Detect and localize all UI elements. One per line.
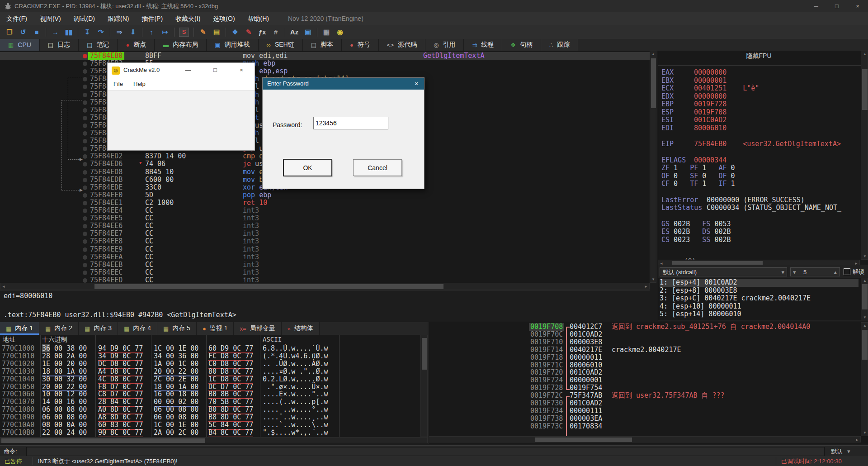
scroll-up-icon[interactable]: ▲ [863, 52, 867, 56]
calling-convention-select[interactable]: 默认 (stdcall)▾ [660, 267, 787, 276]
dump-hscrollbar[interactable] [0, 437, 428, 443]
disasm-row[interactable]: 75F84EE9CCint3 [0, 246, 650, 253]
gutter-dot[interactable] [83, 255, 87, 260]
register-line[interactable]: GS 002B FS 0053 [661, 220, 743, 228]
dump-tab-locals[interactable]: x=局部变量 [234, 322, 281, 335]
skip-next-icon[interactable]: ↦ [158, 27, 172, 38]
execute-till-return-icon[interactable]: ↑ [145, 27, 158, 38]
dump-row[interactable]: 770C108006 00 08 00A0 8D 0C 7706 00 08 0… [0, 406, 428, 414]
disasm-vscroll-thumb[interactable] [651, 58, 656, 108]
stack-row[interactable]: 0019F71C80006010 [429, 361, 863, 369]
highlight-icon[interactable]: ✎ [242, 27, 255, 38]
disasm-vscrollbar[interactable]: ▲ ▼ [650, 51, 656, 283]
disasm-row[interactable]: 75F84EE7CCint3 [0, 230, 650, 238]
dump-row[interactable]: 770C101028 00 2A 0034 D9 0C 7734 00 36 0… [0, 352, 428, 360]
stack-row[interactable]: 0019F7140040217Ecrackme2.0040217E [429, 346, 863, 354]
gutter-dot[interactable] [83, 170, 87, 175]
register-line[interactable]: EAX00000000 [661, 69, 726, 76]
dump-vscroll-thumb[interactable] [422, 338, 427, 370]
register-line[interactable]: EBP0019F728 [661, 100, 726, 108]
crackme-minimize-button[interactable]: — [183, 66, 193, 75]
menu-item[interactable]: 选项(O) [207, 12, 241, 25]
stack-row[interactable]: 0019F73400000111 [429, 407, 863, 415]
assemble-fx-icon[interactable]: ƒx [255, 27, 269, 38]
register-line[interactable]: LastError00000000 (ERROR_SUCCESS) [661, 196, 805, 204]
breakpoint-dot[interactable] [83, 54, 87, 58]
gutter-dot[interactable] [83, 154, 87, 159]
gutter-dot[interactable] [83, 216, 87, 221]
chevron-down-icon[interactable]: ▾ [793, 268, 796, 277]
register-line[interactable]: ESI001C0AD2 [661, 116, 726, 124]
argument-row[interactable]: 5: [esp+14] 80006010 [660, 310, 859, 319]
tab-call-stack[interactable]: ▣调用堆栈 [207, 39, 258, 51]
hash-icon[interactable]: # [269, 27, 283, 38]
stack-row[interactable]: 0019F708004012C7返回到 crackme2.sub_401251+… [429, 323, 863, 331]
crackme-title-bar[interactable]: ☺ CrackMe v2.0 — □ × [108, 63, 255, 78]
gutter-dot[interactable] [83, 147, 87, 151]
menu-item[interactable]: 调试(D) [67, 12, 101, 25]
gutter-dot[interactable] [83, 193, 87, 198]
stack-row[interactable]: 0019F70C001C0AD2 [429, 331, 863, 338]
dump-row[interactable]: 770C10A008 00 0A 0060 83 0C 771C 00 1E 0… [0, 421, 428, 429]
dialog-close-button[interactable]: × [411, 79, 421, 88]
argument-count-spinner[interactable]: ▾ 5 ▴ [790, 267, 840, 276]
scroll-left-icon[interactable]: ◄ [2, 285, 5, 289]
command-profile-select[interactable]: 默认▾ [831, 447, 850, 456]
arguments-list[interactable]: 1: [esp+4] 001C0AD22: [esp+8] 000003E83:… [658, 278, 862, 320]
register-line[interactable]: CF 0 TF 1 IF 1 [661, 180, 747, 188]
crackme-close-button[interactable]: × [236, 66, 246, 75]
gutter-dot[interactable] [83, 116, 87, 120]
stack-vscrollbar[interactable]: ▲ ▼ [861, 322, 868, 436]
menu-item[interactable]: 跟踪(N) [101, 12, 135, 25]
maximize-button[interactable]: □ [826, 0, 847, 12]
step-into-source-icon[interactable]: ⇓ [126, 27, 140, 38]
pause-icon[interactable]: ▮▮ [62, 27, 75, 38]
dump-hscroll-thumb[interactable] [1, 438, 205, 443]
register-line[interactable]: OF 0 SF 0 DF 0 [661, 172, 747, 180]
gutter-dot[interactable] [83, 239, 87, 244]
tab-handles[interactable]: ❖句柄 [502, 39, 541, 51]
close-button[interactable]: × [847, 0, 868, 12]
step-into-icon[interactable]: ↧ [80, 27, 94, 38]
gutter-dot[interactable] [83, 278, 87, 283]
dump-tab-struct[interactable]: »结构体 [282, 322, 320, 335]
menu-item[interactable]: 插件(P) [135, 12, 169, 25]
disasm-row[interactable]: 75F84EE6CCint3 [0, 222, 650, 230]
dump-vscrollbar[interactable] [420, 335, 428, 437]
scroll-down-icon[interactable]: ▼ [863, 254, 867, 258]
strings-icon[interactable]: Az [288, 27, 301, 38]
arguments-vscroll-thumb[interactable] [862, 284, 868, 309]
register-line[interactable]: EFLAGS00000344 [661, 157, 726, 164]
comment-icon[interactable]: ▤ [210, 27, 223, 38]
scroll-right-icon[interactable]: ► [855, 438, 859, 442]
argument-row[interactable]: 3: [esp+C] 0040217E crackme2.0040217E [660, 295, 859, 303]
stack-row[interactable]: 0019F738000003EA [429, 415, 863, 423]
disasm-row[interactable]: 75F84EECCCint3 [0, 269, 650, 276]
registers-vscroll-thumb[interactable] [862, 69, 868, 110]
dump-row[interactable]: 770C100036 00 38 0094 D9 0C 771C 00 1E 0… [0, 345, 428, 352]
crackme-maximize-button[interactable]: □ [210, 66, 220, 75]
scroll-down-icon[interactable]: ▼ [651, 277, 655, 281]
step-over-icon[interactable]: ↷ [94, 27, 108, 38]
disasm-row[interactable]: 75F84EE05Dpop ebp [0, 191, 650, 199]
gutter-dot[interactable] [83, 108, 87, 113]
arguments-vscrollbar[interactable]: ▲ ▼ [861, 278, 868, 320]
dump-row[interactable]: 770C107014 00 16 0028 84 0C 7700 00 02 0… [0, 398, 428, 406]
run-icon[interactable]: → [48, 27, 62, 38]
scroll-right-icon[interactable]: ► [644, 285, 648, 289]
tab-notes[interactable]: ▤笔记 [79, 39, 118, 51]
dump-tab-watch1[interactable]: ●监视 1 [197, 322, 234, 335]
minimize-button[interactable]: ─ [806, 0, 826, 12]
gutter-dot[interactable] [83, 62, 87, 66]
dialog-title-bar[interactable]: Enter Password × [263, 78, 424, 90]
disasm-row[interactable]: 75F84EB255push ebp [0, 60, 650, 67]
dump-row[interactable]: 770C109006 00 08 00A8 8D 0C 7706 00 08 0… [0, 414, 428, 421]
disasm-hscrollbar[interactable]: ◄ ► [0, 283, 650, 290]
gutter-dot[interactable] [83, 271, 87, 275]
gutter-dot[interactable] [83, 263, 87, 267]
tab-script[interactable]: ▤脚本 [303, 39, 342, 51]
gutter-dot[interactable] [83, 69, 87, 74]
scroll-down-icon[interactable]: ▼ [863, 315, 867, 319]
enter-password-dialog[interactable]: Enter Password × Password: OK Cancel [262, 77, 425, 189]
disasm-row[interactable]: 75F84EE4CCint3 [0, 207, 650, 214]
